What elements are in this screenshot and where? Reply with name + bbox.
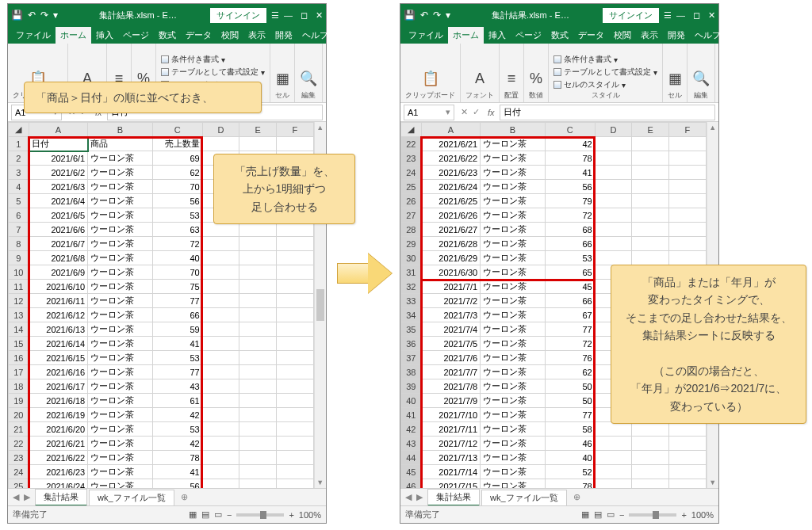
table-row[interactable]: 27 2021/6/26ウーロン茶72 <box>401 208 707 223</box>
table-row[interactable]: 1 日付 商品 売上数量 <box>9 137 314 151</box>
row-header[interactable]: 21 <box>9 422 29 437</box>
qat-more-icon[interactable]: ▾ <box>446 10 450 21</box>
row-header[interactable]: 19 <box>9 394 29 408</box>
row-header[interactable]: 5 <box>9 194 29 208</box>
ribbon-display-icon[interactable]: ☰ <box>271 10 279 21</box>
row-header[interactable]: 24 <box>9 465 29 479</box>
select-all-corner[interactable]: ◢ <box>9 123 29 137</box>
row-header[interactable]: 44 <box>401 451 422 465</box>
select-all-corner[interactable]: ◢ <box>401 123 422 137</box>
table-row[interactable]: 28 2021/6/27ウーロン茶68 <box>401 223 707 237</box>
row-header[interactable]: 42 <box>401 422 422 437</box>
row-header[interactable]: 14 <box>9 322 29 337</box>
row-header[interactable]: 23 <box>9 451 29 465</box>
table-row[interactable]: 24 2021/6/23ウーロン茶41 <box>401 166 707 180</box>
tab-file[interactable]: ファイル <box>11 27 56 44</box>
table-row[interactable]: 22 2021/6/21ウーロン茶42 <box>9 437 314 451</box>
table-row[interactable]: 12 2021/6/11ウーロン茶77 <box>9 294 314 308</box>
format-as-table[interactable]: テーブルとして書式設定 ▾ <box>553 67 657 78</box>
row-header[interactable]: 2 <box>9 151 29 166</box>
table-row[interactable]: 10 2021/6/9ウーロン茶70 <box>9 265 314 280</box>
sheet-nav-prev[interactable]: ◀ <box>13 492 19 502</box>
row-header[interactable]: 39 <box>401 379 422 394</box>
row-header[interactable]: 28 <box>401 223 422 237</box>
zoom-slider[interactable] <box>236 513 284 517</box>
row-header[interactable]: 41 <box>401 408 422 422</box>
row-header[interactable]: 37 <box>401 351 422 365</box>
row-header[interactable]: 38 <box>401 365 422 379</box>
row-header[interactable]: 25 <box>401 180 422 194</box>
row-header[interactable]: 4 <box>9 180 29 194</box>
table-row[interactable]: 7 2021/6/6ウーロン茶63 <box>9 223 314 237</box>
cells-icon[interactable]: ▦ <box>276 70 289 87</box>
row-header[interactable]: 23 <box>401 151 422 166</box>
sheet-tab-2[interactable]: wk_ファイル一覧 <box>89 490 174 505</box>
signin-button[interactable]: サインイン <box>210 8 266 23</box>
table-row[interactable]: 25 2021/6/24ウーロン茶56 <box>9 479 314 489</box>
row-header[interactable]: 9 <box>9 251 29 265</box>
save-icon[interactable]: 💾 <box>11 10 23 21</box>
row-header[interactable]: 7 <box>9 223 29 237</box>
table-row[interactable]: 44 2021/7/13ウーロン茶40 <box>401 451 707 465</box>
name-box[interactable]: A1 ▾ <box>404 105 454 120</box>
tell-me[interactable]: 💡 操作アシス <box>369 0 386 44</box>
tab-pagelayout[interactable]: ページ <box>511 27 546 44</box>
row-header[interactable]: 15 <box>9 337 29 351</box>
new-sheet-button[interactable]: ⊕ <box>573 492 580 502</box>
tab-help[interactable]: ヘルプ <box>297 27 333 44</box>
tab-home[interactable]: ホーム <box>448 27 484 44</box>
fx-icon[interactable]: fx <box>488 108 495 117</box>
editing-icon[interactable]: 🔍 <box>692 70 710 87</box>
minimize-button[interactable]: — <box>676 10 685 21</box>
table-row[interactable]: 15 2021/6/14ウーロン茶41 <box>9 337 314 351</box>
row-header[interactable]: 18 <box>9 379 29 394</box>
view-normal-icon[interactable]: ▦ <box>189 509 197 520</box>
table-row[interactable]: 17 2021/6/16ウーロン茶77 <box>9 365 314 379</box>
row-header[interactable]: 22 <box>9 437 29 451</box>
minimize-button[interactable]: — <box>284 10 293 21</box>
maximize-button[interactable]: ◻ <box>301 10 308 21</box>
tab-home[interactable]: ホーム <box>56 27 91 44</box>
row-header[interactable]: 12 <box>9 294 29 308</box>
cell-styles[interactable]: セルのスタイル ▾ <box>553 79 626 90</box>
table-row[interactable]: 43 2021/7/12ウーロン茶46 <box>401 437 707 451</box>
sheet-tab-1[interactable]: 集計結果 <box>35 489 87 506</box>
tab-camera[interactable]: カメラ <box>333 27 369 44</box>
row-header[interactable]: 10 <box>9 265 29 280</box>
scroll-thumb[interactable] <box>316 289 324 321</box>
undo-icon[interactable]: ↶ <box>420 10 428 21</box>
row-header[interactable]: 1 <box>9 137 29 151</box>
row-header[interactable]: 29 <box>401 237 422 251</box>
tab-camera[interactable]: カメラ <box>726 27 761 44</box>
scroll-up-icon[interactable]: ▲ <box>316 124 324 132</box>
zoom-level[interactable]: 100% <box>691 510 714 520</box>
tab-review[interactable]: 校閲 <box>216 27 243 44</box>
row-header[interactable]: 24 <box>401 166 422 180</box>
row-header[interactable]: 31 <box>401 265 422 280</box>
formula-bar[interactable]: 日付 <box>500 105 715 120</box>
scroll-down-icon[interactable]: ▼ <box>316 479 324 486</box>
view-pagelayout-icon[interactable]: ▤ <box>594 509 602 520</box>
scroll-down-icon[interactable]: ▼ <box>709 479 716 486</box>
cancel-icon[interactable]: ✕ <box>461 107 468 117</box>
view-pagebreak-icon[interactable]: ▭ <box>607 509 615 520</box>
tab-data[interactable]: データ <box>573 27 609 44</box>
table-row[interactable]: 24 2021/6/23ウーロン茶41 <box>9 465 314 479</box>
undo-icon[interactable]: ↶ <box>28 10 36 21</box>
table-row[interactable]: 46 2021/7/15ウーロン茶78 <box>401 479 707 489</box>
close-button[interactable]: ✕ <box>316 10 323 21</box>
row-header[interactable]: 33 <box>401 294 422 308</box>
row-header[interactable]: 25 <box>9 479 29 489</box>
conditional-formatting[interactable]: 条件付き書式 ▾ <box>161 54 225 65</box>
table-row[interactable]: 11 2021/6/10ウーロン茶75 <box>9 280 314 294</box>
zoom-in[interactable]: + <box>289 510 293 520</box>
table-row[interactable]: 22 2021/6/21ウーロン茶42 <box>401 137 707 151</box>
table-row[interactable]: 8 2021/6/7ウーロン茶72 <box>9 237 314 251</box>
sheet-tab-2[interactable]: wk_ファイル一覧 <box>481 490 567 505</box>
cells-icon[interactable]: ▦ <box>668 70 682 87</box>
ribbon-display-icon[interactable]: ☰ <box>664 10 672 21</box>
table-row[interactable]: 21 2021/6/20ウーロン茶53 <box>9 422 314 437</box>
table-row[interactable]: 23 2021/6/22ウーロン茶78 <box>401 151 707 166</box>
tab-insert[interactable]: 挿入 <box>91 27 118 44</box>
view-pagebreak-icon[interactable]: ▭ <box>214 509 222 520</box>
